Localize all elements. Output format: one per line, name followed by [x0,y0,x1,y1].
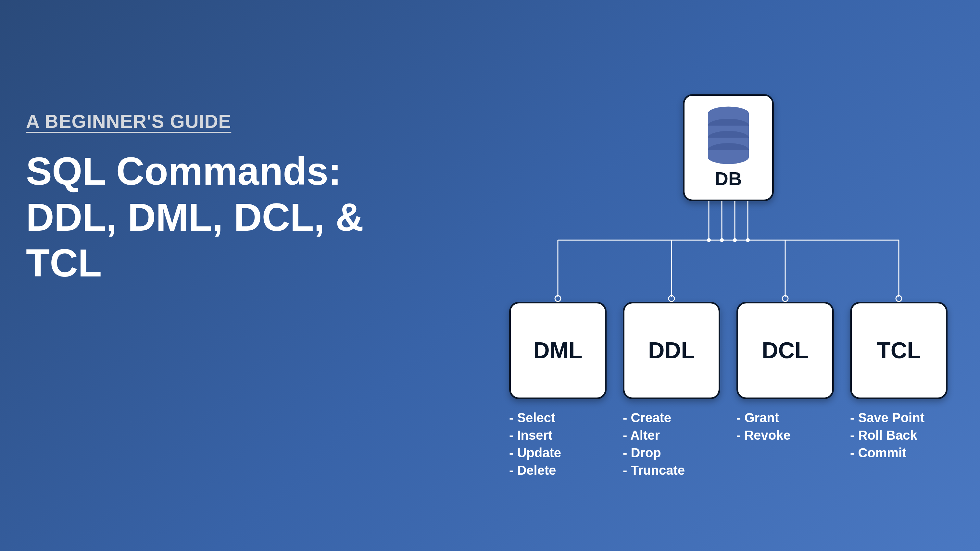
commands-row: Select Insert Update Delete Create Alter… [509,409,948,479]
svg-point-19 [733,238,737,242]
command-item: Delete [509,461,606,479]
command-item: Insert [509,426,606,444]
category-label: TCL [877,337,921,364]
command-item: Save Point [850,409,948,426]
svg-point-17 [707,238,711,242]
title-block: A BEGINNER'S GUIDE SQL Commands: DDL, DM… [26,110,364,286]
command-item: Create [623,409,720,426]
category-label: DML [533,337,582,364]
command-item: Drop [623,444,720,461]
db-label: DB [715,168,742,189]
connector-lines [509,201,948,302]
command-item: Update [509,444,606,461]
command-item: Revoke [737,426,834,444]
category-box-ddl: DDL [623,302,720,399]
category-row: DML DDL DCL TCL [509,302,948,399]
db-root-node: DB [683,94,774,201]
command-item: Commit [850,444,948,461]
command-item: Alter [623,426,720,444]
command-item: Roll Back [850,426,948,444]
sql-commands-diagram: DB DML DDL DCL TCL [509,94,948,484]
command-item: Truncate [623,461,720,479]
category-box-dcl: DCL [737,302,834,399]
command-list-dcl: Grant Revoke [737,409,834,479]
main-title: SQL Commands: DDL, DML, DCL, & TCL [26,148,364,286]
command-list-ddl: Create Alter Drop Truncate [623,409,720,479]
category-box-tcl: TCL [850,302,948,399]
command-item: Select [509,409,606,426]
svg-point-18 [720,238,724,242]
category-box-dml: DML [509,302,606,399]
command-item: Grant [737,409,834,426]
title-line-2: DDL, DML, DCL, & [26,194,364,240]
svg-point-20 [746,238,750,242]
title-line-1: SQL Commands: [26,148,364,194]
database-icon [704,106,753,165]
command-list-tcl: Save Point Roll Back Commit [850,409,948,479]
title-line-3: TCL [26,240,364,286]
subtitle: A BEGINNER'S GUIDE [26,110,364,132]
category-label: DDL [648,337,695,364]
category-label: DCL [762,337,808,364]
command-list-dml: Select Insert Update Delete [509,409,606,479]
